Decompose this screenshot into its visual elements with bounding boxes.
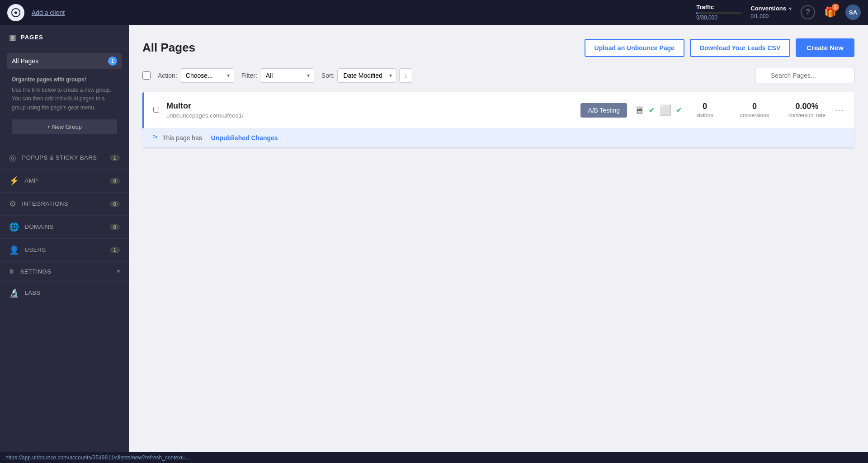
popups-label: POPUPS & STICKY BARS xyxy=(22,154,105,161)
conversion-rate-label: conversion rate xyxy=(788,112,826,118)
popups-count: 1 xyxy=(110,155,120,161)
action-select[interactable]: Choose... xyxy=(180,68,234,83)
page-table: Multor unbouncepages.com/uifeed1/ A/B Te… xyxy=(142,92,854,148)
sidebar-item-popups[interactable]: ◎ POPUPS & STICKY BARS 1 xyxy=(0,146,129,169)
search-input[interactable] xyxy=(755,68,854,83)
amp-count: 0 xyxy=(110,178,120,184)
notification-badge: 5 xyxy=(832,4,839,11)
ab-testing-button[interactable]: A/B Testing xyxy=(580,103,627,118)
top-nav: Add a client Traffic 0/30,000 Conversion… xyxy=(0,0,868,25)
row-checkbox-wrap[interactable] xyxy=(153,106,159,114)
groups-info: Organize pages with groups! Use the link… xyxy=(7,69,122,116)
pages-section: All Pages 1 Organize pages with groups! … xyxy=(0,48,129,146)
sidebar-item-amp[interactable]: ⚡ AMP 0 xyxy=(0,169,129,192)
unpublished-text: This page has xyxy=(162,134,202,142)
status-url: https://app.unbounce.com/accounts/354981… xyxy=(5,454,190,461)
create-new-button[interactable]: Create New xyxy=(796,38,854,57)
flag-icon: 🏳 xyxy=(151,134,159,142)
action-label: Action: xyxy=(158,72,177,79)
action-filter-group: Action: Choose... xyxy=(158,68,234,83)
conversion-rate-value: 0.00% xyxy=(788,102,826,111)
desktop-icon: 🖥 xyxy=(634,104,644,116)
page-url: unbouncepages.com/uifeed1/ xyxy=(166,112,573,119)
filter-row: Action: Choose... Filter: All Sort: xyxy=(142,68,854,83)
sidebar-item-settings[interactable]: ⚙ SETTINGS ▾ xyxy=(0,261,129,281)
download-leads-button[interactable]: Download Your Leads CSV xyxy=(690,39,790,57)
new-group-button[interactable]: + New Group xyxy=(12,119,117,134)
sidebar-header: ▣ PAGES xyxy=(0,25,129,48)
unpublished-banner: 🏳 This page has Unpublished Changes xyxy=(142,128,854,148)
conversions-label: conversions xyxy=(739,112,770,118)
labs-icon: 🔬 xyxy=(9,288,19,298)
settings-label: SETTINGS xyxy=(20,268,52,275)
all-pages-badge: 1 xyxy=(108,57,117,66)
sidebar-item-users[interactable]: 👤 USERS 1 xyxy=(0,238,129,261)
row-checkbox[interactable] xyxy=(153,107,159,113)
filter-label: Filter: xyxy=(241,72,257,79)
page-info: Multor unbouncepages.com/uifeed1/ xyxy=(166,101,573,119)
tablet-icon: ⬜ xyxy=(659,104,671,116)
desktop-check-icon: ✔ xyxy=(649,106,655,114)
select-all-checkbox[interactable] xyxy=(142,71,151,80)
popups-icon: ◎ xyxy=(9,153,17,163)
conversion-rate-stat: 0.00% conversion rate xyxy=(788,102,826,118)
users-count: 1 xyxy=(110,247,120,253)
conversions-count: 0 xyxy=(739,102,770,111)
add-client-link[interactable]: Add a client xyxy=(32,9,65,16)
sort-label: Sort: xyxy=(321,72,335,79)
content-header: All Pages Upload an Unbounce Page Downlo… xyxy=(142,38,854,57)
organize-title: Organize pages with groups! xyxy=(12,76,117,84)
conversions-label: Conversions xyxy=(750,5,786,13)
tablet-check-icon: ✔ xyxy=(676,106,682,114)
domains-label: DOMAINS xyxy=(25,223,105,230)
filter-select[interactable]: All xyxy=(260,68,314,83)
labs-label: LABS xyxy=(25,289,120,296)
sidebar: ▣ PAGES All Pages 1 Organize pages with … xyxy=(0,25,129,452)
visitors-count: 0 xyxy=(689,102,721,111)
unpublished-link[interactable]: Unpublished Changes xyxy=(211,134,278,142)
domains-icon: 🌐 xyxy=(9,222,19,232)
integrations-icon: ⚙ xyxy=(9,199,17,209)
traffic-block: Traffic 0/30,000 xyxy=(696,3,741,22)
more-options-button[interactable]: ⋯ xyxy=(833,103,845,118)
organize-description: Use the link below to create a new group… xyxy=(12,86,117,112)
main-layout: ▣ PAGES All Pages 1 Organize pages with … xyxy=(0,25,868,452)
conversions-stat: 0 conversions xyxy=(739,102,770,118)
sidebar-item-integrations[interactable]: ⚙ INTEGRATIONS 0 xyxy=(0,192,129,215)
gift-icon-wrap[interactable]: 🎁 5 xyxy=(824,6,836,18)
sidebar-item-domains[interactable]: 🌐 DOMAINS 0 xyxy=(0,215,129,238)
search-wrap: 🔍 xyxy=(755,68,854,83)
select-all-checkbox-wrap[interactable] xyxy=(142,71,151,80)
users-label: USERS xyxy=(25,246,105,253)
table-row: Multor unbouncepages.com/uifeed1/ A/B Te… xyxy=(142,92,854,128)
status-bar: https://app.unbounce.com/accounts/354981… xyxy=(0,452,868,463)
page-title: All Pages xyxy=(142,41,195,55)
sidebar-item-labs[interactable]: 🔬 LABS xyxy=(0,281,129,304)
domains-count: 0 xyxy=(110,224,120,230)
logo[interactable] xyxy=(7,4,24,21)
sort-select-wrap[interactable]: Date Modified xyxy=(337,68,396,83)
all-pages-label: All Pages xyxy=(12,57,38,65)
conversions-caret-icon[interactable]: ▾ xyxy=(789,5,792,13)
header-actions: Upload an Unbounce Page Download Your Le… xyxy=(585,38,854,57)
conversions-value: 0/1,000 xyxy=(750,13,769,20)
amp-icon: ⚡ xyxy=(9,176,19,186)
integrations-count: 0 xyxy=(110,201,120,207)
action-select-wrap[interactable]: Choose... xyxy=(180,68,234,83)
help-icon[interactable]: ? xyxy=(801,5,815,19)
avatar[interactable]: SA xyxy=(845,5,861,20)
traffic-value: 0/30,000 xyxy=(696,14,717,22)
page-name: Multor xyxy=(166,101,573,111)
settings-icon: ⚙ xyxy=(9,268,15,275)
sort-direction-button[interactable]: ↓ xyxy=(399,68,412,83)
all-pages-row[interactable]: All Pages 1 xyxy=(7,53,122,69)
sort-select[interactable]: Date Modified xyxy=(337,68,396,83)
filter-group: Filter: All xyxy=(241,68,314,83)
visitors-label: visitors xyxy=(689,112,721,118)
filter-select-wrap[interactable]: All xyxy=(260,68,314,83)
traffic-label: Traffic xyxy=(696,3,714,11)
sort-group: Sort: Date Modified ↓ xyxy=(321,68,413,83)
pages-icon: ▣ xyxy=(9,33,16,42)
sidebar-pages-label: PAGES xyxy=(21,34,43,41)
upload-page-button[interactable]: Upload an Unbounce Page xyxy=(585,39,684,57)
